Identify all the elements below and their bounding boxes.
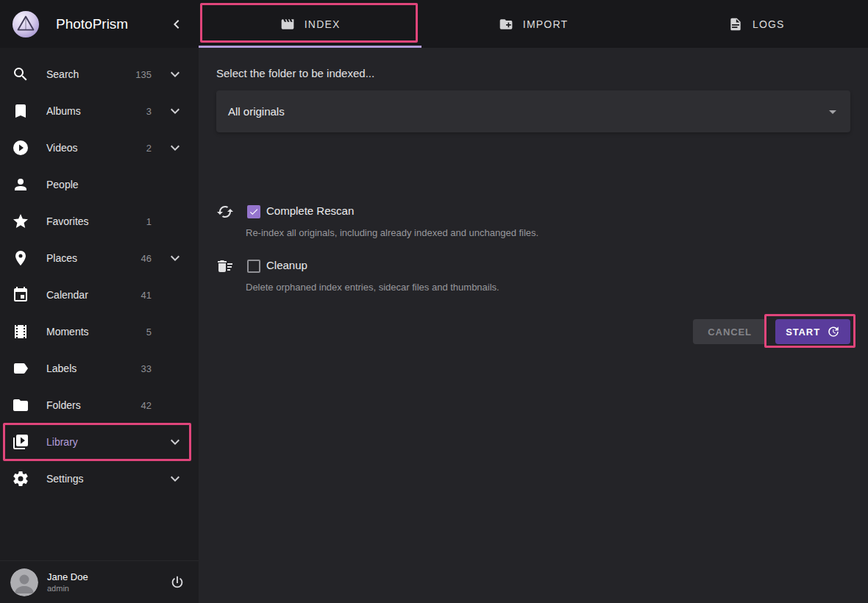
photoprism-logo-icon: [12, 10, 40, 38]
power-icon[interactable]: [169, 574, 185, 590]
start-button[interactable]: START: [775, 319, 850, 344]
tab-index[interactable]: INDEX: [199, 0, 421, 48]
sidebar-item-albums[interactable]: Albums 3: [0, 93, 199, 129]
sidebar-item-calendar[interactable]: Calendar 41: [0, 276, 199, 313]
cleanup-label[interactable]: Cleanup: [266, 259, 307, 271]
tab-logs[interactable]: LOGS: [645, 0, 868, 48]
folder-select-value: All originals: [228, 105, 285, 118]
label-icon: [12, 360, 29, 377]
action-buttons: CANCEL START: [693, 319, 850, 344]
person-icon: [12, 176, 29, 193]
sidebar-item-count: 1: [146, 216, 152, 227]
tab-label: INDEX: [305, 18, 341, 30]
folder-select[interactable]: All originals: [216, 90, 850, 132]
sidebar-item-label: Settings: [46, 473, 84, 485]
sidebar-item-count: 2: [146, 143, 152, 154]
sidebar-item-moments[interactable]: Moments 5: [0, 313, 199, 350]
sidebar-item-label: Labels: [46, 363, 77, 374]
cancel-button[interactable]: CANCEL: [693, 319, 766, 344]
user-role: admin: [47, 584, 88, 593]
sidebar-item-label: People: [46, 179, 79, 190]
sidebar-item-count: 33: [141, 363, 152, 374]
chevron-down-icon[interactable]: [166, 139, 184, 157]
sidebar-item-count: 41: [141, 290, 152, 301]
sidebar-item-count: 42: [141, 400, 152, 411]
calendar-icon: [12, 286, 29, 304]
sidebar-item-label: Library: [46, 436, 78, 448]
sidebar-item-count: 46: [141, 253, 152, 264]
gear-icon: [12, 470, 29, 488]
dropdown-arrow-icon: [824, 103, 842, 121]
sidebar-item-label: Calendar: [46, 289, 88, 301]
video-library-icon: [12, 433, 29, 451]
map-marker-icon: [12, 249, 29, 267]
movie-icon: [280, 17, 295, 32]
sidebar-header: PhotoPrism: [0, 0, 199, 48]
file-document-icon: [728, 17, 743, 32]
chevron-down-icon[interactable]: [166, 65, 184, 83]
chevron-down-icon[interactable]: [166, 249, 184, 267]
sidebar-item-label: Albums: [46, 105, 81, 117]
complete-rescan-description: Re-index all originals, including alread…: [246, 227, 538, 238]
sidebar-item-label: Moments: [46, 326, 89, 338]
avatar[interactable]: [10, 568, 38, 596]
sidebar: PhotoPrism Search 135 Albums 3 Videos 2 …: [0, 0, 199, 603]
main-area: INDEX IMPORT LOGS Select the folder to b…: [199, 0, 868, 603]
start-button-label: START: [786, 327, 820, 338]
tab-label: IMPORT: [523, 18, 568, 30]
user-bar: Jane Doe admin: [0, 560, 199, 603]
bookmark-icon: [12, 102, 29, 120]
index-panel: Select the folder to be indexed... All o…: [199, 48, 868, 603]
sidebar-item-favorites[interactable]: Favorites 1: [0, 203, 199, 240]
sidebar-item-label: Videos: [46, 142, 78, 154]
index-prompt: Select the folder to be indexed...: [216, 67, 374, 79]
sidebar-item-places[interactable]: Places 46: [0, 240, 199, 276]
cleanup-checkbox[interactable]: [247, 260, 260, 273]
sidebar-item-label: Folders: [46, 399, 81, 411]
complete-rescan-checkbox[interactable]: [247, 205, 260, 218]
folder-plus-icon: [499, 17, 513, 32]
sidebar-nav: Search 135 Albums 3 Videos 2 People Favo…: [0, 48, 199, 497]
sidebar-item-folders[interactable]: Folders 42: [0, 387, 199, 424]
sidebar-item-count: 3: [146, 106, 152, 117]
sidebar-item-labels[interactable]: Labels 33: [0, 350, 199, 387]
sidebar-item-count: 5: [146, 327, 152, 338]
sidebar-item-label: Places: [46, 252, 77, 264]
sidebar-item-label: Search: [46, 68, 79, 80]
sidebar-item-library[interactable]: Library: [0, 424, 199, 460]
film-icon: [12, 323, 29, 340]
star-icon: [12, 213, 29, 230]
sidebar-item-settings[interactable]: Settings: [0, 460, 199, 497]
chevron-down-icon[interactable]: [166, 433, 184, 451]
update-clock-icon: [827, 325, 840, 338]
sidebar-item-count: 135: [135, 69, 152, 80]
tab-import[interactable]: IMPORT: [421, 0, 644, 48]
sidebar-item-search[interactable]: Search 135: [0, 56, 199, 93]
cleanup-description: Delete orphaned index entries, sidecar f…: [246, 282, 499, 293]
play-circle-icon: [12, 139, 29, 157]
search-icon: [12, 65, 29, 83]
sidebar-item-people[interactable]: People: [0, 166, 199, 203]
rescan-icon: [216, 203, 234, 221]
tab-bar: INDEX IMPORT LOGS: [199, 0, 868, 48]
folder-icon: [12, 396, 29, 414]
user-name: Jane Doe: [47, 571, 88, 582]
chevron-down-icon[interactable]: [166, 102, 184, 120]
user-info: Jane Doe admin: [47, 571, 88, 593]
chevron-left-icon[interactable]: [168, 15, 185, 33]
sidebar-item-videos[interactable]: Videos 2: [0, 129, 199, 166]
sidebar-item-label: Favorites: [46, 215, 89, 227]
chevron-down-icon[interactable]: [166, 470, 184, 488]
app-title: PhotoPrism: [56, 16, 128, 32]
delete-sweep-icon: [216, 257, 234, 275]
tab-label: LOGS: [753, 18, 785, 30]
complete-rescan-label[interactable]: Complete Rescan: [266, 204, 354, 217]
